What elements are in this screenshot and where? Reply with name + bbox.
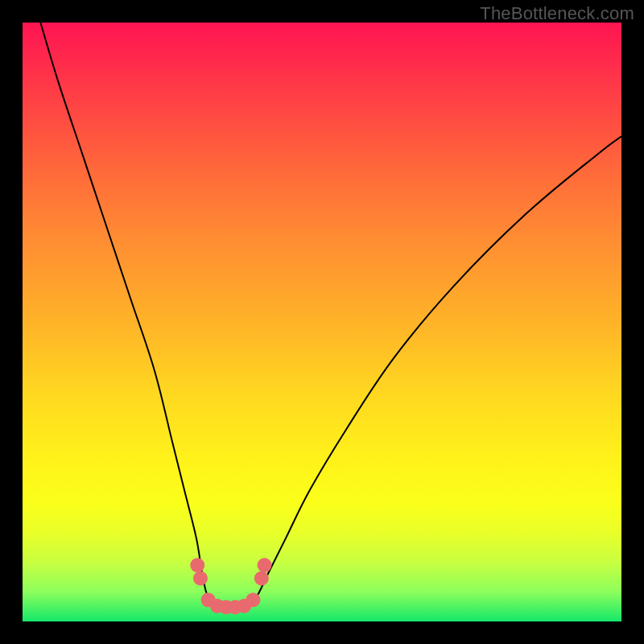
watermark-label: TheBottleneck.com <box>480 3 634 24</box>
curve-marker <box>246 592 260 607</box>
curve-marker <box>190 558 204 572</box>
curve-marker <box>258 558 272 572</box>
curve-marker <box>254 571 269 585</box>
chart-overlay <box>23 23 621 621</box>
chart-frame-bottom <box>0 621 644 644</box>
chart-plot-area <box>23 23 621 621</box>
curve-marker <box>193 571 208 585</box>
chart-frame-left <box>0 0 23 644</box>
marker-group <box>190 558 271 614</box>
bottleneck-curve <box>40 23 621 610</box>
chart-frame-right <box>621 0 644 644</box>
